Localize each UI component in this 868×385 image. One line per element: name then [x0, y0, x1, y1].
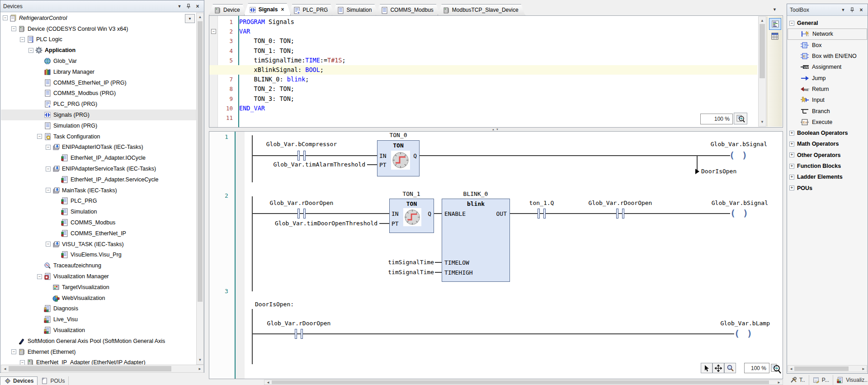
- rung1-pt-operand[interactable]: Glob_Var.timAlarmThreshold: [254, 161, 365, 168]
- devices-close-icon[interactable]: ×: [194, 3, 201, 10]
- toolbox-item-jump[interactable]: Jump: [788, 72, 867, 83]
- ladder-select-tool-button[interactable]: [701, 363, 712, 373]
- tree-item-comms-modbus-prg-[interactable]: COMMS_Modbus (PRG): [1, 88, 197, 99]
- toolbox-close-icon[interactable]: ×: [858, 6, 865, 14]
- expand-icon[interactable]: +: [789, 185, 794, 190]
- collapse-icon[interactable]: −: [28, 48, 33, 53]
- tree-item-live-visu[interactable]: Live_Visu: [1, 314, 197, 325]
- rung1-block-name[interactable]: TON_0: [389, 132, 407, 138]
- devices-menu-icon[interactable]: ▼: [176, 3, 183, 10]
- collapse-icon[interactable]: −: [46, 145, 51, 150]
- tree-item-device-codesys-control-win-v3-x64-[interactable]: −Device (CODESYS Control Win V3 x64): [1, 24, 197, 34]
- devices-horizontal-scrollbar[interactable]: ◄ ►: [1, 365, 204, 373]
- rung1-number[interactable]: 1: [225, 133, 233, 140]
- rung2-contact2-label[interactable]: ton_1.Q: [529, 200, 554, 206]
- tree-options-button[interactable]: ▼: [185, 14, 195, 23]
- expand-icon[interactable]: +: [789, 164, 794, 169]
- code-fold-marker[interactable]: −: [211, 29, 216, 34]
- editor-tab-plc_prg[interactable]: PLC_PRG: [288, 4, 335, 15]
- editor-tab-modbustcp_slave_device[interactable]: ModbusTCP_Slave_Device: [438, 4, 525, 15]
- ladder-editor[interactable]: 1 Glob_Var.bCompressor TON_0 TON IN PT Q…: [209, 131, 783, 379]
- tree-item-ethernet-ip-adapter-ethernet-ip-adapter-[interactable]: −EtherNet_IP_Adapter (EtherNet/IP Adapte…: [1, 357, 197, 365]
- toolbox-item-execute[interactable]: ExExecute: [788, 117, 867, 128]
- rung2-contact3-label[interactable]: Glob_Var.rDoorOpen: [589, 200, 652, 206]
- toolbox-item-input[interactable]: Input: [788, 95, 867, 105]
- rung1-jump-arrow-icon[interactable]: [695, 169, 699, 174]
- toolbox-group-ladder-elements[interactable]: +Ladder Elements: [788, 171, 867, 182]
- rung2-timehigh-operand[interactable]: timSignalTime: [377, 269, 434, 276]
- rung1-ton-block[interactable]: TON IN PT Q: [377, 140, 420, 176]
- tree-item-simulation-prg-[interactable]: Simulation (PRG): [1, 120, 197, 131]
- tree-item-webvisualization[interactable]: WebVisualization: [1, 293, 197, 304]
- toolbox-item-network[interactable]: Network: [788, 29, 867, 39]
- ladder-zoom-button[interactable]: [770, 362, 781, 374]
- tree-item-traceaufzeichnung[interactable]: Traceaufzeichnung: [1, 260, 197, 271]
- toolbox-item-return[interactable]: RETReturn: [788, 84, 867, 95]
- tree-item-library-manager[interactable]: Library Manager: [1, 67, 197, 77]
- collapse-icon[interactable]: −: [789, 21, 794, 26]
- tree-item-signals-prg-[interactable]: Signals (PRG): [1, 109, 197, 120]
- toolbox-dock-tab-t-[interactable]: T..: [787, 375, 809, 385]
- rung2-number[interactable]: 2: [225, 192, 233, 199]
- tree-item-visualization[interactable]: Visualization: [1, 325, 197, 336]
- editor-tab-device[interactable]: Device: [209, 4, 247, 15]
- expand-icon[interactable]: +: [789, 152, 794, 157]
- toolbox-group-function-blocks[interactable]: +Function Blocks: [788, 161, 867, 171]
- tree-item-plc-prg-prg-[interactable]: PLC_PRG (PRG): [1, 99, 197, 109]
- rung1-jump-label[interactable]: DoorIsOpen: [701, 168, 736, 175]
- declaration-vertical-scrollbar[interactable]: ▲ ▼: [758, 16, 766, 127]
- tree-item-visu-task-iec-tasks-[interactable]: −VISU_TASK (IEC-Tasks): [1, 239, 197, 250]
- ladder-zoom-tool-button[interactable]: [724, 363, 736, 373]
- tab-overflow-icon[interactable]: ▼: [773, 7, 777, 12]
- tab-close-icon[interactable]: ×: [281, 6, 284, 13]
- devices-vertical-scrollbar[interactable]: ▲ ▼: [196, 13, 204, 365]
- editor-splitter[interactable]: ▲▼: [209, 128, 783, 131]
- collapse-icon[interactable]: −: [11, 349, 16, 354]
- rung2-contact3[interactable]: [615, 208, 626, 219]
- toolbox-dock-tab-p-[interactable]: P...: [809, 375, 833, 385]
- rung3-number[interactable]: 3: [225, 288, 233, 295]
- editor-tab-simulation[interactable]: Simulation: [332, 4, 378, 15]
- tree-item-ethernet-ip-adapter-servicecycle[interactable]: EtherNet_IP_Adapter.ServiceCycle: [1, 174, 197, 185]
- rung2-ton-name[interactable]: TON_1: [402, 190, 420, 197]
- declaration-editor[interactable]: 1234567891011 PROGRAM SignalsVAR TON_0: …: [209, 15, 783, 128]
- collapse-icon[interactable]: −: [46, 188, 51, 193]
- tree-item-application[interactable]: −Application: [1, 45, 197, 56]
- toolbox-group-math-operators[interactable]: +Math Operators: [788, 138, 867, 149]
- tabular-view-button[interactable]: [769, 31, 780, 42]
- collapse-icon[interactable]: −: [46, 242, 51, 247]
- collapse-icon[interactable]: −: [20, 360, 25, 365]
- rung2-contact1[interactable]: [296, 208, 307, 219]
- toolbox-group-other-operators[interactable]: +Other Operators: [788, 150, 867, 161]
- toolbox-item-assignment[interactable]: VARAssignment: [788, 62, 867, 72]
- toolbox-item-box-with-en-eno[interactable]: EBox with EN/ENO: [788, 51, 867, 62]
- rung1-contact[interactable]: [296, 150, 307, 161]
- toolbox-menu-icon[interactable]: ▼: [840, 6, 847, 14]
- rung3-jump-target-label[interactable]: DoorIsOpen:: [255, 301, 294, 308]
- tree-item-comms-ethernet-ip-prg-[interactable]: COMMS_EtherNet_IP (PRG): [1, 77, 197, 88]
- collapse-icon[interactable]: −: [46, 166, 51, 171]
- tree-item-comms-modbus[interactable]: COMMS_Modbus: [1, 217, 197, 228]
- rung3-coil-label[interactable]: Glob_Var.bLamp: [720, 320, 770, 327]
- editor-tab-signals[interactable]: Signals×: [244, 3, 291, 15]
- tree-item-diagnosis[interactable]: Diagnosis: [1, 304, 197, 314]
- tree-item-glob-var[interactable]: Glob_Var: [1, 56, 197, 67]
- rung2-blink-block[interactable]: blink ENABLE OUT TIMELOW TIMEHIGH: [442, 199, 510, 282]
- tree-item-visualization-manager[interactable]: −Visualization Manager: [1, 271, 197, 282]
- dock-tab-pous[interactable]: POUs: [38, 376, 69, 385]
- expand-icon[interactable]: +: [789, 142, 794, 147]
- tree-item-task-configuration[interactable]: −Task Configuration: [1, 131, 197, 142]
- tree-item-targetvisualization[interactable]: TargetVisualization: [1, 282, 197, 293]
- devices-pin-icon[interactable]: [185, 3, 192, 10]
- rung2-contact1-label[interactable]: Glob_Var.rDoorOpen: [270, 200, 334, 206]
- collapse-icon[interactable]: −: [37, 134, 42, 139]
- rung2-timelow-operand[interactable]: timSignalTime: [377, 259, 434, 266]
- tree-item-plc-logic[interactable]: −PLC Logic: [1, 34, 197, 45]
- tree-item-simulation[interactable]: Simulation: [1, 206, 197, 217]
- rung1-coil[interactable]: ( ): [729, 150, 748, 161]
- toolbox-group-boolean-operators[interactable]: +Boolean Operators: [788, 128, 867, 138]
- rung1-contact-label[interactable]: Glob_Var.bCompressor: [266, 141, 337, 147]
- ladder-pan-tool-button[interactable]: [712, 363, 724, 373]
- rung1-coil-label[interactable]: Glob_Var.bSignal: [711, 141, 767, 147]
- rung2-contact2[interactable]: [536, 208, 547, 219]
